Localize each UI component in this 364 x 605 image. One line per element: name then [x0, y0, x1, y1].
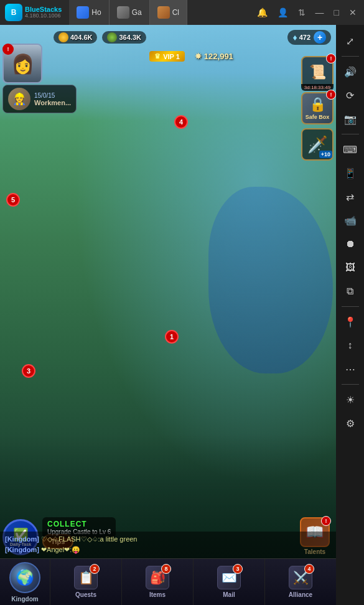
close-btn[interactable]: ✕	[347, 6, 359, 19]
building-4-badge: 4	[174, 115, 188, 129]
sidebar-gallery-btn[interactable]: 🖼	[339, 256, 362, 279]
resource-bar: 404.6K 364.3K ♦ 472 +	[0, 25, 336, 50]
bs-version: 4.180.10.1006	[25, 13, 62, 19]
knight-plus-badge: +10	[319, 151, 332, 158]
sidebar-keyboard-btn[interactable]: ⌨	[339, 138, 362, 161]
sidebar-camera-btn[interactable]: 📹	[339, 209, 362, 232]
bs-tabs: Ho Ga Cl	[67, 0, 254, 25]
sidebar-more-btn[interactable]: ⋯	[339, 358, 362, 380]
tab-game1[interactable]: Ga	[110, 0, 150, 25]
bs-logo-text: BlueStacks 4.180.10.1006	[25, 6, 62, 19]
score-value: 122,991	[204, 52, 233, 61]
talents-badge: !	[321, 516, 331, 526]
building-3-badge: 3	[22, 364, 35, 378]
sidebar-settings-btn[interactable]: ⚙	[339, 412, 362, 434]
workmen-info: 15/0/15 Workmen...	[34, 92, 71, 106]
transfer-btn[interactable]: ⇅	[296, 6, 308, 19]
food-value: 404.6K	[70, 34, 92, 41]
sidebar-device-btn[interactable]: 📱	[339, 162, 362, 184]
quests-icon-container: 📋 2	[74, 566, 98, 589]
chat-content-1: ♡◇♤FLASH♡◇♤:a little green	[41, 535, 137, 543]
sidebar-rotate-btn[interactable]: ⟳	[339, 84, 362, 106]
building-5-badge: 5	[6, 193, 20, 207]
bluestacks-right-sidebar: ⤢ 🔊 ⟳ 📷 ⌨ 📱 ⇄ 📹 ⏺ 🖼 ⧉ 📍 ↕ ⋯ ☀ ⚙	[336, 25, 364, 605]
sidebar-record-btn[interactable]: ⏺	[339, 233, 362, 255]
bluestacks-logo: B BlueStacks 4.180.10.1006	[0, 4, 67, 21]
vip-bar: ♛ VIP 1 ✵ 122,991	[47, 51, 336, 62]
wood-resource: 364.3K	[102, 31, 146, 44]
minimize-btn[interactable]: —	[313, 6, 327, 19]
gem-value: 472	[299, 34, 310, 41]
nav-quests[interactable]: 📋 2 Quests	[50, 559, 121, 605]
workmen-count: 15/0/15	[34, 92, 71, 99]
workmen-avatar: 👷	[8, 88, 30, 110]
profile-btn[interactable]: 👤	[275, 6, 291, 19]
sidebar-shake-btn[interactable]: ↕	[339, 334, 362, 357]
nav-kingdom[interactable]: 🌍 Kingdom	[0, 559, 50, 605]
sidebar-mute-btn[interactable]: 🔊	[339, 60, 362, 83]
chat-tag-2: [Kingdom]	[5, 546, 39, 553]
tab-game2-label: Cl	[172, 8, 179, 17]
score-icon: ✵	[195, 52, 202, 61]
tab-game2[interactable]: Cl	[150, 0, 187, 25]
sidebar-divider-3	[342, 306, 359, 307]
mail-label: Mail	[223, 591, 235, 598]
event-scroll-item[interactable]: 📜 ! 3d:18:33:49	[301, 56, 334, 88]
safe-box-item[interactable]: 🔒 Safe Box !	[301, 92, 334, 124]
nav-alliance[interactable]: ⚔️ 4 Alliance	[264, 559, 336, 605]
chat-content-2: ❤Angel❤:😛	[41, 546, 80, 553]
tab-home[interactable]: Ho	[69, 0, 109, 25]
items-badge: 8	[161, 564, 171, 574]
game-area: B BlueStacks 4.180.10.1006 Ho Ga Cl 🔔 👤	[0, 0, 364, 605]
nav-items-btn[interactable]: 🎒 8 Items	[121, 559, 193, 605]
mail-badge: 3	[233, 564, 243, 574]
bs-controls: 🔔 👤 ⇅ — □ ✕	[254, 6, 364, 19]
sidebar-fullscreen-btn[interactable]: ⤢	[339, 30, 362, 52]
food-resource: 404.6K	[54, 31, 97, 44]
wood-icon	[107, 32, 117, 42]
bs-logo-icon: B	[5, 4, 22, 21]
quests-label: Quests	[75, 591, 96, 598]
notif-btn[interactable]: 🔔	[254, 6, 270, 19]
chat-message-2: [Kingdom] ❤Angel❤:😛	[5, 545, 331, 556]
kingdom-globe-icon: 🌍	[9, 562, 40, 593]
sidebar-location-btn[interactable]: 📍	[339, 311, 362, 333]
items-label: Items	[149, 591, 166, 598]
gem-icon: ♦	[292, 32, 297, 42]
tab-game2-icon	[157, 6, 170, 19]
vip-badge[interactable]: ♛ VIP 1	[149, 51, 185, 62]
safe-box-badge: !	[326, 90, 336, 100]
safe-box-icon: 🔒	[309, 96, 326, 113]
collect-title: COLLECT	[47, 520, 111, 528]
knight-item[interactable]: 🗡️ +10	[301, 128, 334, 161]
gem-add-btn[interactable]: +	[314, 31, 326, 44]
sidebar-divider-2	[342, 134, 359, 134]
sidebar-brightness-btn[interactable]: ☀	[339, 388, 362, 411]
avatar-notification-badge: !	[2, 44, 14, 55]
vip-level: VIP 1	[163, 53, 180, 60]
kingdom-label: Kingdom	[11, 596, 38, 603]
workmen-card[interactable]: 👷 15/0/15 Workmen...	[2, 85, 77, 113]
chat-tag-1: [Kingdom]	[5, 535, 39, 543]
bottom-nav: 🌍 Kingdom 📋 2 Quests 🎒 8 Items	[0, 558, 336, 605]
alliance-icon-container: ⚔️ 4	[289, 566, 312, 589]
items-icon-container: 🎒 8	[146, 566, 169, 589]
building-1-badge: 1	[165, 330, 179, 344]
tab-home-label: Ho	[91, 8, 101, 17]
nav-mail[interactable]: ✉️ 3 Mail	[193, 559, 264, 605]
maximize-btn[interactable]: □	[332, 6, 342, 19]
workmen-icon: 👷	[12, 92, 26, 106]
score-display: ✵ 122,991	[195, 52, 233, 61]
sidebar-divider-4	[342, 384, 359, 385]
tab-home-icon	[77, 6, 89, 19]
tab-game1-icon	[117, 6, 129, 19]
sidebar-swap-btn[interactable]: ⇄	[339, 185, 362, 208]
sidebar-multi-btn[interactable]: ⧉	[339, 280, 362, 302]
wood-value: 364.3K	[119, 34, 141, 41]
sidebar-screenshot-btn[interactable]: 📷	[339, 108, 362, 130]
food-icon	[58, 32, 68, 42]
alliance-label: Alliance	[289, 591, 312, 598]
sidebar-divider-1	[342, 56, 359, 57]
event-scroll-icon: 📜	[309, 64, 326, 80]
safe-box-label: Safe Box	[306, 114, 330, 120]
